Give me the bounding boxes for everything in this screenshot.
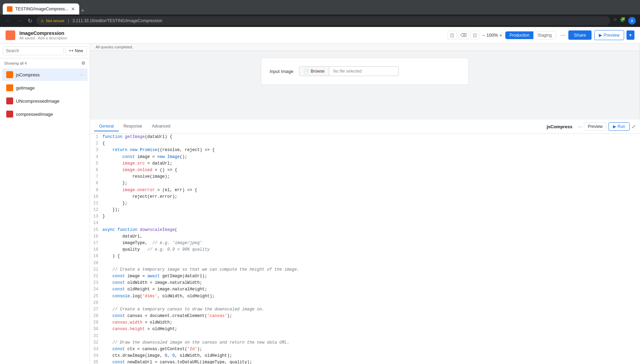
query-item-uncompressed[interactable]: UNcompressedImage ··· (2, 95, 88, 107)
address-bar[interactable]: ⚠ Not secure | 3.111.33.16/editor/TESTIN… (36, 16, 610, 25)
active-tab[interactable]: TESTING/ImageCompress... ✕ (3, 3, 79, 15)
zoom-level: 100% (487, 32, 498, 38)
code-line-34: 34 ctx.drawImage(image, 0, 0, oldWidth, … (90, 353, 640, 359)
extensions-icon[interactable]: 🧩 (620, 17, 625, 25)
tablet-view-button[interactable]: ⌫ (458, 31, 469, 39)
code-line-10: 10 reject(err.error); (90, 194, 640, 200)
code-line-30: 30 canvas.height = oldHeight; (90, 326, 640, 333)
code-line-17: 17 imageType, // e.g. 'image/jpeg' (90, 240, 640, 246)
preview-dropdown-button[interactable]: ▾ (627, 30, 634, 40)
query-icon-jscompress (6, 71, 13, 78)
code-line-6: 6 image.onload = () => { (90, 167, 640, 174)
code-editor[interactable]: 1function getImage(dataUrl) { 2{ 3 retur… (90, 134, 640, 364)
view-toggle: ◫ ⌫ ◫ (448, 31, 479, 39)
new-query-button[interactable]: + + New (65, 46, 87, 55)
code-line-31: 31 (90, 333, 640, 339)
browser-chrome: TESTING/ImageCompress... ✕ + (0, 0, 640, 15)
code-line-2: 2{ (90, 140, 640, 147)
url-separator: | (68, 18, 69, 23)
browser-actions: ☆ 🧩 A (613, 17, 636, 25)
code-line-15: 15async function downscaleImage( (90, 227, 640, 233)
query-menu-jscompress[interactable]: ··· (79, 72, 83, 77)
tab-advanced[interactable]: Advanced (147, 122, 175, 131)
security-label: Not secure (46, 19, 64, 23)
code-line-5: 5 image.src = dataUrl; (90, 160, 640, 167)
tab-response[interactable]: Response (119, 122, 147, 131)
sidebar-search: + + New (0, 44, 90, 58)
code-line-29: 29 canvas.width = oldWidth; (90, 319, 640, 326)
status-message: All queries completed. (96, 45, 133, 49)
app-header-center: ◫ ⌫ ◫ − 100% + Production Staging (448, 31, 556, 39)
code-line-25: 25 console.log('dims', oldWidth, oldHeig… (90, 293, 640, 300)
code-line-11: 11 }; (90, 200, 640, 207)
code-line-1: 1function getImage(dataUrl) { (90, 134, 640, 140)
input-image-row: Input Image 📄 Browse No file selected (270, 66, 460, 76)
staging-button[interactable]: Staging (533, 31, 556, 39)
back-button[interactable]: ← (4, 16, 12, 25)
code-line-19: 19 ) { (90, 253, 640, 260)
code-panel-header: General Response Advanced jsCompress ···… (90, 120, 640, 134)
search-input[interactable] (3, 46, 64, 55)
main-layout: + + New Showing all 4 ⚙ jsCompress ··· g… (0, 44, 640, 364)
profile-icon[interactable]: A (628, 17, 636, 25)
query-list: jsCompress ··· getImage ··· UNcompressed… (0, 68, 90, 364)
query-icon-getimage (6, 84, 13, 91)
filter-button[interactable]: ⚙ (81, 60, 85, 66)
share-button[interactable]: Share (568, 30, 592, 40)
browse-button[interactable]: 📄 Browse (299, 67, 329, 76)
file-icon: 📄 (304, 69, 309, 74)
env-toggle: Production Staging (505, 31, 556, 39)
code-line-9: 9 image.onerror = (el, err) => { (90, 187, 640, 194)
code-panel: General Response Advanced jsCompress ···… (90, 120, 640, 364)
reload-button[interactable]: ↻ (26, 16, 34, 26)
input-image-label: Input Image (270, 69, 294, 74)
code-line-24: 24 const oldHeight = image.naturalHeight… (90, 286, 640, 293)
code-line-13: 13} (90, 213, 640, 220)
preview-button[interactable]: ▶ Preview (594, 30, 624, 40)
file-input-area[interactable]: 📄 Browse No file selected (299, 66, 399, 76)
tab-close-icon[interactable]: ✕ (71, 6, 75, 12)
tab-title: TESTING/ImageCompress... (15, 7, 68, 11)
preview-area: All queries completed. Input Image 📄 Bro… (90, 44, 640, 120)
new-tab-button[interactable]: + (81, 7, 84, 15)
code-header-right: ··· Preview ▶ Run ⤢ (578, 122, 636, 131)
zoom-control: − 100% + (482, 32, 502, 38)
browser-tabs: TESTING/ImageCompress... ✕ + (3, 0, 637, 15)
forward-button[interactable]: → (15, 16, 24, 25)
tab-favicon (7, 6, 12, 12)
query-item-jscompress[interactable]: jsCompress ··· (2, 68, 88, 81)
code-line-27: 27 // Create a temporary canvas to draw … (90, 306, 640, 313)
app-subtitle: All saved · Add a description (19, 36, 443, 40)
code-line-7: 7 resolve(image); (90, 174, 640, 180)
mobile-view-button[interactable]: ◫ (470, 31, 479, 39)
app-title-block: ImageCompression All saved · Add a descr… (19, 30, 443, 40)
code-line-14: 14 (90, 220, 640, 226)
code-line-18: 18 quality // e.g. 0.9 = 90% quality (90, 246, 640, 253)
code-tabs: General Response Advanced (94, 122, 541, 131)
zoom-in-button[interactable]: + (499, 32, 502, 38)
code-line-20: 20 (90, 260, 640, 267)
query-item-compressed[interactable]: compressedImage ··· (2, 108, 88, 120)
expand-button[interactable]: ⤢ (632, 124, 636, 129)
preview-content: Input Image 📄 Browse No file selected (90, 51, 640, 120)
bookmark-icon[interactable]: ☆ (613, 17, 617, 25)
tab-general[interactable]: General (94, 122, 119, 131)
more-options-button[interactable]: ··· (560, 31, 566, 39)
sidebar-meta: Showing all 4 ⚙ (0, 58, 90, 68)
desktop-view-button[interactable]: ◫ (448, 31, 457, 39)
code-line-33: 33 const ctx = canvas.getContext('2d'); (90, 346, 640, 353)
app-header-right: ··· Share ▶ Preview ▾ (560, 30, 634, 40)
production-button[interactable]: Production (505, 31, 533, 39)
code-preview-button[interactable]: Preview (584, 122, 606, 131)
query-item-getimage[interactable]: getImage ··· (2, 82, 88, 94)
security-icon: ⚠ (40, 19, 44, 23)
zoom-out-button[interactable]: − (482, 32, 485, 38)
code-more-button[interactable]: ··· (578, 124, 582, 129)
code-line-32: 32 // Draw the downscaled image on the c… (90, 339, 640, 346)
play-icon: ▶ (599, 32, 602, 38)
panel-title: jsCompress (547, 124, 572, 129)
plus-icon: + (69, 48, 71, 53)
app-header: ImageCompression All saved · Add a descr… (0, 27, 640, 44)
code-line-28: 28 const canvas = document.createElement… (90, 313, 640, 319)
run-button[interactable]: ▶ Run (609, 122, 630, 131)
